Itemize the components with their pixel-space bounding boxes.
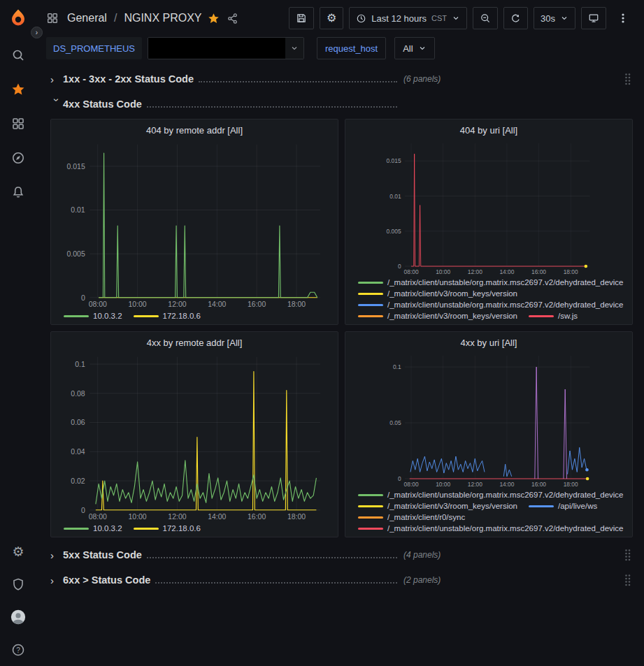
time-series-chart[interactable]: 00.020.040.060.080.108:0010:0012:0014:00… <box>57 352 332 521</box>
row-header-5xx[interactable]: › 5xx Status Code (4 panels) <box>50 544 633 565</box>
row-header-6xx[interactable]: › 6xx > Status Code (2 panels) <box>50 570 633 591</box>
legend-series-label: 172.18.0.6 <box>163 312 201 320</box>
row-header-4xx[interactable]: › 4xx Status Code <box>50 94 633 115</box>
svg-text:18:00: 18:00 <box>564 481 578 488</box>
save-dashboard-button[interactable] <box>289 7 314 29</box>
main-area: General / NGINX PROXY ⚙ <box>36 0 644 666</box>
legend-series-label: /_matrix/client/unstable/org.matrix.msc2… <box>387 491 624 499</box>
legend-item[interactable]: 10.0.3.2 <box>64 312 122 320</box>
row-panel-count: (4 panels) <box>403 550 441 560</box>
row-drag-handle-icon[interactable] <box>622 547 633 563</box>
tv-kiosk-mode-button[interactable] <box>581 7 606 29</box>
time-series-chart[interactable]: 00.0050.010.01508:0010:0012:0014:0016:00… <box>57 139 332 309</box>
sidebar-menu <box>10 48 26 200</box>
favorite-star-icon[interactable] <box>208 13 220 24</box>
legend-series-label: /_matrix/client/unstable/org.matrix.msc2… <box>387 301 624 309</box>
legend-series-color <box>358 516 383 519</box>
legend-item[interactable]: /_matrix/client/v3/room_keys/version <box>358 502 517 510</box>
row-title: 1xx - 3xx - 2xx Status Code <box>63 73 194 85</box>
svg-text:12:00: 12:00 <box>468 268 482 275</box>
svg-text:10:00: 10:00 <box>129 513 147 521</box>
search-icon[interactable] <box>10 48 26 63</box>
time-series-chart[interactable]: 00.050.108:0010:0012:0014:0016:0018:00 <box>351 352 627 488</box>
legend-series-color <box>358 282 383 284</box>
apps-grid-icon[interactable] <box>46 12 59 24</box>
refresh-interval-dropdown[interactable]: 30s <box>534 7 575 29</box>
legend-series-color <box>358 494 383 496</box>
row-dotted-line <box>147 106 397 108</box>
zoom-out-time-button[interactable] <box>473 7 498 29</box>
time-series-chart[interactable]: 00.0050.010.01508:0010:0012:0014:0016:00… <box>351 139 627 275</box>
legend-item[interactable]: 172.18.0.6 <box>134 524 201 533</box>
legend-item[interactable]: /_matrix/client/v3/room_keys/version <box>358 312 517 320</box>
svg-text:0.05: 0.05 <box>389 419 401 426</box>
legend-series-label: /_matrix/client/unstable/org.matrix.msc2… <box>387 278 624 287</box>
dashboards-icon[interactable] <box>10 116 26 131</box>
row-drag-handle-icon[interactable] <box>622 71 633 87</box>
row-drag-handle-icon[interactable] <box>622 572 633 588</box>
svg-text:08:00: 08:00 <box>89 513 107 521</box>
explore-icon[interactable] <box>10 150 26 166</box>
svg-text:0.1: 0.1 <box>393 363 401 370</box>
svg-text:0.01: 0.01 <box>71 206 85 214</box>
legend-item[interactable]: /_matrix/client/unstable/org.matrix.msc2… <box>358 278 624 287</box>
settings-gear-icon[interactable]: ⚙ <box>10 544 26 559</box>
legend-item[interactable]: /_matrix/client/unstable/org.matrix.msc2… <box>358 491 624 499</box>
legend-series-label: /_matrix/client/v3/room_keys/version <box>387 289 517 298</box>
svg-text:0.08: 0.08 <box>71 390 85 398</box>
legend-item[interactable]: /_matrix/client/v3/room_keys/version <box>358 289 517 298</box>
panel-title[interactable]: 404 by uri [All] <box>351 122 627 139</box>
dashboard-title[interactable]: NGINX PROXY <box>124 12 201 24</box>
svg-text:10:00: 10:00 <box>129 301 147 308</box>
time-picker-button[interactable]: Last 12 hours CST <box>349 7 467 29</box>
legend-item[interactable]: 10.0.3.2 <box>64 524 122 533</box>
panel-legend: /_matrix/client/unstable/org.matrix.msc2… <box>351 275 627 320</box>
svg-text:0.02: 0.02 <box>71 477 85 485</box>
svg-text:0.005: 0.005 <box>387 228 401 235</box>
svg-text:0.005: 0.005 <box>67 250 85 258</box>
breadcrumb-section[interactable]: General <box>67 12 107 24</box>
row-header-1xx-3xx-2xx[interactable]: › 1xx - 3xx - 2xx Status Code (6 panels) <box>50 68 633 89</box>
legend-series-label: /_matrix/client/v3/room_keys/version <box>387 312 517 320</box>
legend-series-label: /api/live/ws <box>558 502 597 510</box>
panel-title[interactable]: 4xx by uri [All] <box>351 335 627 352</box>
sidebar-expand-button[interactable]: › <box>31 27 43 38</box>
datasource-variable-label[interactable]: DS_PROMETHEUS <box>46 37 142 59</box>
share-icon[interactable] <box>227 13 238 24</box>
refresh-interval-value: 30s <box>541 13 555 24</box>
svg-text:08:00: 08:00 <box>89 301 107 308</box>
legend-item[interactable]: /_matrix/client/unstable/org.matrix.msc2… <box>358 524 624 533</box>
svg-text:0.1: 0.1 <box>75 361 85 368</box>
request-host-variable-select[interactable]: All <box>394 37 434 59</box>
svg-text:0: 0 <box>81 507 85 514</box>
user-avatar[interactable] <box>10 609 26 625</box>
grafana-logo-icon[interactable] <box>7 7 29 29</box>
legend-item[interactable]: /_matrix/client/r0/sync <box>358 513 465 521</box>
help-icon[interactable]: ? <box>10 642 26 658</box>
legend-item[interactable]: /api/live/ws <box>529 502 597 510</box>
legend-item[interactable]: 172.18.0.6 <box>134 312 201 320</box>
security-shield-icon[interactable] <box>10 577 26 592</box>
legend-series-label: 10.0.3.2 <box>93 312 122 320</box>
starred-icon[interactable] <box>10 82 26 97</box>
chevron-down-icon: › <box>51 98 63 110</box>
svg-text:18:00: 18:00 <box>287 301 306 308</box>
legend-item[interactable]: /sw.js <box>529 312 578 320</box>
svg-text:12:00: 12:00 <box>468 481 482 488</box>
panel-4xx-by-remote-addr: 4xx by remote addr [All] 00.020.040.060.… <box>50 331 338 537</box>
panel-title[interactable]: 4xx by remote addr [All] <box>57 335 332 352</box>
more-options-kebab-icon[interactable] <box>612 7 634 29</box>
request-host-variable-label[interactable]: request_host <box>317 37 386 59</box>
navbar-actions: ⚙ Last 12 hours CST 30s <box>289 7 634 29</box>
dashboard-settings-button[interactable]: ⚙ <box>320 7 343 29</box>
datasource-variable-select[interactable] <box>148 37 304 59</box>
refresh-button[interactable] <box>503 7 528 29</box>
row-dotted-line <box>199 81 397 82</box>
svg-text:08:00: 08:00 <box>404 481 419 488</box>
legend-item[interactable]: /_matrix/client/unstable/org.matrix.msc2… <box>358 301 624 309</box>
grafana-app: › ⚙ <box>0 0 644 666</box>
panel-title[interactable]: 404 by remote addr [All] <box>57 122 332 139</box>
panel-legend: 10.0.3.2172.18.0.6 <box>57 309 332 320</box>
alerting-icon[interactable] <box>10 184 26 200</box>
legend-series-color <box>358 315 383 317</box>
